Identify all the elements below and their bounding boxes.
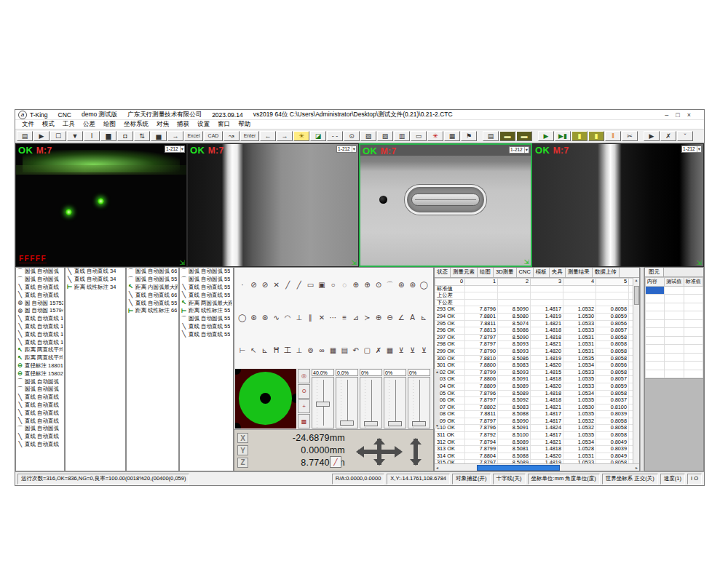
palette-tool-icon[interactable]: ▭ bbox=[305, 280, 317, 290]
palette-tool-icon[interactable]: ✕ bbox=[316, 313, 328, 323]
list-item[interactable]: ╲直线自动直线 bbox=[16, 402, 64, 410]
table-row[interactable]: 298 OK7.87978.50931.48211.05310.80581.09… bbox=[435, 341, 633, 348]
list-item[interactable]: ⊢距离线性标注 55 bbox=[180, 307, 233, 315]
slider-track[interactable] bbox=[360, 377, 382, 428]
palette-tool-icon[interactable]: ○ bbox=[328, 280, 339, 290]
list-item[interactable]: ⊖直径标注18801 bbox=[16, 362, 64, 370]
list-item[interactable]: ╲直线自动直线 55 bbox=[127, 299, 178, 307]
table-row[interactable]: 310 OK7.87968.50911.48241.05320.80581.09… bbox=[435, 425, 633, 432]
menu-item-11[interactable]: 帮助 bbox=[238, 120, 250, 129]
tab-element[interactable]: 图元 bbox=[645, 268, 664, 276]
table-row[interactable]: 307 OK7.88028.50831.48211.05300.81001.09… bbox=[435, 404, 633, 411]
scroll-left-icon[interactable]: ◄ bbox=[435, 466, 439, 470]
jog-vertical-icon[interactable] bbox=[377, 439, 381, 465]
dark-2-button[interactable]: ▬ bbox=[516, 131, 532, 141]
list-item[interactable]: ⊕圆自动圆 15752 bbox=[16, 299, 64, 307]
palette-tool-icon[interactable]: ▤ bbox=[339, 346, 350, 356]
tab-9[interactable]: 数据上传 bbox=[593, 268, 620, 277]
probe-2-button[interactable]: ◘ bbox=[117, 131, 133, 141]
list-item[interactable]: ╲直线自动直线 55 bbox=[180, 330, 233, 338]
slider-track[interactable] bbox=[384, 377, 406, 428]
menu-item-2[interactable]: 模式 bbox=[42, 120, 55, 129]
slider-thumb[interactable] bbox=[364, 421, 378, 426]
palette-tool-icon[interactable]: ⊕ bbox=[362, 280, 373, 290]
magnifier-button[interactable]: ⊙ bbox=[344, 131, 360, 141]
list-item[interactable]: ↖距离两直线平均距 bbox=[16, 354, 64, 362]
list-item[interactable]: ╲直线自动直线 bbox=[16, 417, 64, 425]
list-item[interactable]: ⌒圆弧自动圆弧 bbox=[16, 386, 64, 394]
arrow-right-button[interactable]: → bbox=[277, 131, 293, 141]
palette-tool-icon[interactable]: ∥ bbox=[305, 313, 317, 323]
detail-row[interactable] bbox=[646, 370, 703, 378]
table-row[interactable]: 301 OK7.88008.50831.48201.05340.80561.09… bbox=[435, 362, 633, 370]
table-row[interactable]: 294 OK7.88018.50801.48191.05300.80591.09… bbox=[435, 313, 633, 320]
palette-tool-icon[interactable]: ⊢ bbox=[237, 346, 248, 356]
scroll-down-icon[interactable]: ▼ bbox=[435, 423, 439, 429]
table-row[interactable]: 313 OK7.87998.50811.48181.05280.80391.09… bbox=[435, 446, 633, 453]
camera-resize-icon[interactable]: ⇲ bbox=[351, 259, 357, 266]
cad-export-button[interactable]: CAD bbox=[204, 131, 223, 141]
slider-track[interactable] bbox=[312, 377, 334, 428]
edge-tool-button[interactable]: Ⅰ bbox=[84, 131, 100, 141]
palette-tool-icon[interactable]: Ħ bbox=[271, 346, 282, 356]
palette-tool-icon[interactable]: ⊛ bbox=[407, 280, 419, 290]
palette-tool-icon[interactable]: A bbox=[407, 313, 419, 323]
table-row[interactable]: 295 OK7.88118.50741.48211.05330.80561.09… bbox=[435, 320, 633, 327]
arrow-left-button[interactable]: ← bbox=[260, 131, 276, 141]
cut-button[interactable]: ✂ bbox=[622, 131, 638, 141]
palette-tool-icon[interactable]: ◠ bbox=[282, 313, 293, 323]
list-item[interactable]: ╲直线自动直线 bbox=[16, 441, 64, 449]
hscroll-thumb[interactable] bbox=[477, 465, 560, 471]
close-button[interactable]: × bbox=[687, 111, 691, 119]
camera-selector[interactable]: 1-212▾ bbox=[509, 146, 529, 154]
frame-button[interactable]: ▭ bbox=[411, 131, 427, 141]
menu-item-8[interactable]: 捕获 bbox=[177, 120, 189, 129]
palette-tool-icon[interactable]: ⊾ bbox=[419, 313, 430, 323]
menu-item-9[interactable]: 设置 bbox=[197, 120, 210, 129]
palette-tool-icon[interactable]: ▣ bbox=[316, 280, 328, 290]
palette-tool-icon[interactable]: ⊛ bbox=[395, 280, 407, 290]
ring-light-preview[interactable] bbox=[235, 369, 296, 428]
light-pattern-button-3[interactable]: + bbox=[298, 399, 310, 414]
palette-tool-icon[interactable]: ⊛ bbox=[248, 313, 260, 323]
palette-tool-icon[interactable]: ╱ bbox=[293, 280, 305, 290]
list-item[interactable]: ╲直线自动直线 15 bbox=[16, 338, 64, 346]
pause-button[interactable]: ‖ bbox=[605, 131, 621, 141]
menu-item-5[interactable]: 绘图 bbox=[103, 120, 116, 129]
table-row[interactable]: 314 OK7.88048.50881.48201.05310.80491.09… bbox=[435, 453, 633, 460]
camera-selector[interactable]: 1-212▾ bbox=[165, 146, 185, 153]
table-row[interactable]: 303 OK7.88068.50911.48181.05350.80571.09… bbox=[435, 376, 633, 383]
table-row[interactable]: 300 OK7.88108.50861.48191.05350.80581.09… bbox=[435, 355, 633, 362]
palette-tool-icon[interactable]: ◯ bbox=[237, 313, 248, 323]
tab-6[interactable]: 模板 bbox=[534, 268, 550, 277]
palette-tool-icon[interactable]: ✗ bbox=[373, 346, 384, 356]
palette-tool-icon[interactable]: ⊖ bbox=[384, 313, 396, 323]
tab-3[interactable]: 绘图 bbox=[478, 268, 494, 277]
ring-light-icon[interactable] bbox=[239, 372, 292, 425]
save-button[interactable]: ▤ bbox=[17, 131, 33, 141]
camera-view-4[interactable]: OK M:71-212▾⇲ bbox=[532, 143, 704, 267]
list-item[interactable]: ╲直线自动直线 bbox=[16, 394, 64, 402]
detail-row[interactable] bbox=[646, 295, 703, 303]
menu-item-4[interactable]: 公差 bbox=[83, 120, 95, 129]
list-item[interactable]: ⌒圆弧自动圆弧 bbox=[16, 425, 64, 433]
table-row[interactable]: 312 OK7.87948.50891.48211.05340.80491.09… bbox=[435, 439, 633, 446]
list-item[interactable]: ╲直线自动直线 34 bbox=[66, 268, 125, 276]
dark-1-button[interactable]: ▬ bbox=[499, 131, 515, 141]
list-item[interactable]: ╲直线自动直线 55 bbox=[180, 284, 233, 292]
list-item[interactable]: ⌒圆弧自动圆弧 55 bbox=[180, 315, 233, 323]
image-button[interactable]: ◪ bbox=[310, 131, 326, 141]
table-vertical-scrollbar[interactable]: ▲ bbox=[633, 278, 639, 463]
camera-resize-icon[interactable]: ⇲ bbox=[523, 258, 529, 266]
open-button[interactable]: ▶ bbox=[33, 131, 50, 141]
slider-track[interactable] bbox=[408, 377, 430, 428]
flag-button[interactable]: ⚑ bbox=[461, 131, 477, 141]
table-horizontal-scrollbar[interactable]: ◄ ► bbox=[435, 463, 639, 471]
list-item[interactable]: ⌒圆弧自动圆弧 66 bbox=[127, 268, 178, 276]
tab-4[interactable]: 3D测量 bbox=[494, 268, 517, 277]
palette-tool-icon[interactable]: ⊥ bbox=[293, 346, 305, 356]
detail-row[interactable] bbox=[646, 311, 703, 320]
palette-tool-icon[interactable]: ▦ bbox=[328, 346, 339, 356]
table-row[interactable]: 296 OK7.88138.50861.48181.05330.80571.09… bbox=[435, 327, 633, 335]
table-row[interactable]: 297 OK7.87978.50901.48181.05310.80581.09… bbox=[435, 334, 633, 341]
